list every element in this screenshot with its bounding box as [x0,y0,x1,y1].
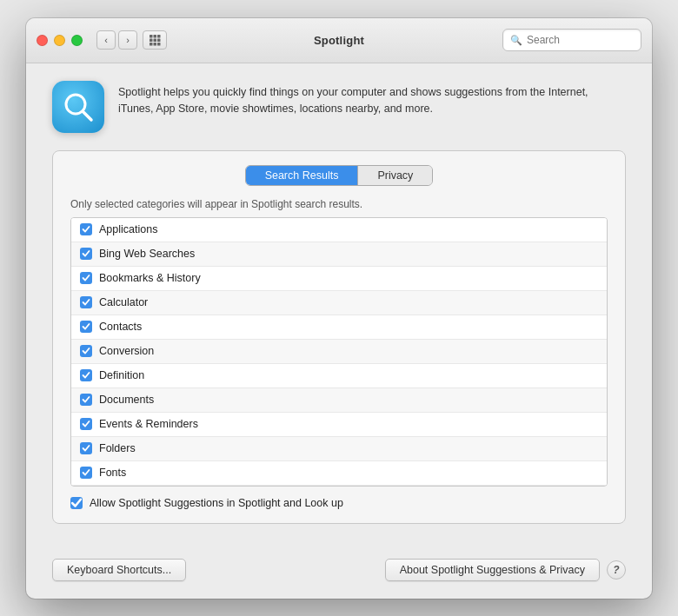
svg-line-10 [83,111,91,120]
category-label-9: Folders [99,442,136,454]
category-label-7: Documents [99,394,154,406]
settings-panel: Search Results Privacy Only selected cat… [52,150,626,524]
window-title: Spotlight [314,34,364,47]
category-checkbox-9[interactable] [80,442,92,454]
svg-rect-0 [150,35,153,38]
tab-search-results[interactable]: Search Results [246,166,359,185]
about-privacy-button[interactable]: About Spotlight Suggestions & Privacy [385,559,600,581]
list-item: Applications [71,218,607,242]
category-checkbox-2[interactable] [80,272,92,284]
category-label-0: Applications [99,223,157,235]
svg-rect-8 [157,43,161,46]
category-label-8: Events & Reminders [99,418,198,430]
list-item: Bookmarks & History [71,267,607,291]
list-item: Bing Web Searches [71,242,607,267]
svg-rect-3 [150,39,153,43]
tab-privacy[interactable]: Privacy [358,166,432,185]
category-checkbox-4[interactable] [80,321,92,333]
list-item: Conversion [71,340,607,364]
category-checkbox-10[interactable] [80,467,92,479]
suggestion-checkbox[interactable] [70,497,83,509]
spotlight-app-icon [52,81,104,133]
suggestion-label: Allow Spotlight Suggestions in Spotlight… [90,497,343,509]
footer-right: About Spotlight Suggestions & Privacy ? [385,559,626,581]
category-label-10: Fonts [99,467,126,479]
list-item: Images [71,486,607,487]
spotlight-preferences-window: ‹ › Spotlight 🔍 [26,18,652,599]
list-item: Folders [71,437,607,461]
nav-buttons: ‹ › [96,30,137,50]
category-label-2: Bookmarks & History [99,272,201,284]
category-label-6: Definition [99,369,144,381]
category-checkbox-3[interactable] [80,296,92,308]
svg-rect-7 [154,43,157,46]
category-list: Applications Bing Web Searches Bookmarks… [70,217,608,487]
category-checkbox-6[interactable] [80,369,92,381]
svg-rect-2 [157,35,161,38]
category-label-4: Contacts [99,321,142,333]
list-item: Calculator [71,291,607,315]
hint-text: Only selected categories will appear in … [70,198,608,210]
close-button[interactable] [37,35,48,46]
app-header: Spotlight helps you quickly find things … [52,81,626,133]
content-area: Spotlight helps you quickly find things … [26,63,652,545]
list-item: Contacts [71,315,607,340]
category-checkbox-1[interactable] [80,248,92,260]
search-icon: 🔍 [510,35,522,46]
svg-rect-4 [154,39,157,43]
category-checkbox-5[interactable] [80,345,92,357]
tab-bar: Search Results Privacy [70,165,608,186]
category-label-3: Calculator [99,296,148,308]
titlebar: ‹ › Spotlight 🔍 [26,18,652,63]
category-checkbox-0[interactable] [80,223,92,235]
svg-rect-6 [150,43,153,46]
list-item: Documents [71,388,607,413]
svg-rect-1 [154,35,157,38]
maximize-button[interactable] [71,35,83,46]
grid-view-button[interactable] [143,30,167,50]
category-checkbox-7[interactable] [80,394,92,406]
list-item: Definition [71,364,607,388]
suggestion-row: Allow Spotlight Suggestions in Spotlight… [70,497,608,509]
footer: Keyboard Shortcuts... About Spotlight Su… [26,545,652,599]
svg-rect-5 [157,39,161,43]
back-button[interactable]: ‹ [96,30,116,50]
category-label-5: Conversion [99,345,154,357]
traffic-lights [37,35,83,46]
help-button[interactable]: ? [607,560,626,580]
tab-group: Search Results Privacy [245,165,434,186]
minimize-button[interactable] [54,35,65,46]
search-bar[interactable]: 🔍 [502,29,641,51]
app-description: Spotlight helps you quickly find things … [118,81,626,118]
search-input[interactable] [527,34,634,46]
keyboard-shortcuts-button[interactable]: Keyboard Shortcuts... [52,559,186,581]
category-checkbox-8[interactable] [80,418,92,430]
forward-button[interactable]: › [118,30,137,50]
category-label-1: Bing Web Searches [99,248,195,260]
list-item: Fonts [71,461,607,486]
list-item: Events & Reminders [71,413,607,437]
